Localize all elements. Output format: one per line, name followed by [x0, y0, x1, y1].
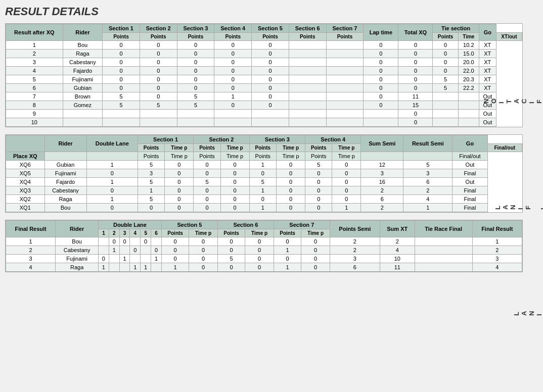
semi-label: SEMIFINAL — [525, 111, 538, 212]
final-col-tie: Tie Race Final — [415, 221, 472, 237]
final-dl2: 2 — [109, 229, 119, 237]
semi-col-s4: Section 4 — [305, 135, 361, 144]
final-label: FINAL — [525, 217, 538, 318]
semi-s1t-label: Time p — [165, 152, 194, 161]
semi-sub-s2t: Time p — [220, 144, 249, 152]
qual-row: 8Gomez55500015Out — [6, 101, 522, 110]
qual-col-go: Go — [479, 24, 496, 41]
final-section: Final Result Rider Double Lane Section 5… — [5, 220, 523, 272]
semi-row: XQ5Fujinami03000000033Final — [6, 169, 522, 178]
final-col-s7: Section 7 — [274, 221, 330, 229]
qual-sub-s4: Points — [214, 33, 252, 41]
semi-col-s1: Section 1 — [138, 135, 193, 144]
semi-rider-empty — [44, 152, 86, 161]
qual-row: 100Out — [6, 118, 522, 127]
qual-sub-s1: Points — [103, 33, 140, 41]
semi-row: XQ4Fajardo150505000166Out — [6, 178, 522, 186]
qual-col-rider: Rider — [63, 24, 102, 41]
semi-col-go: Go — [453, 135, 487, 152]
qual-col-s5: Section 5 — [252, 24, 289, 33]
qualification-section: Result after XQ Rider Section 1 Section … — [5, 23, 523, 127]
final-s6t: Time p — [245, 229, 274, 237]
qual-col-lap: Lap time — [364, 24, 398, 41]
final-col-pts-semi: Points Semi — [330, 221, 380, 237]
final-row: 2Cabestany100000010242 — [6, 246, 522, 255]
qual-label: QUALIFICATION — [525, 5, 538, 106]
final-col-sum-xt: Sum XT — [380, 221, 415, 237]
qual-row: 1Bou0000000010.2XT — [6, 41, 522, 50]
semi-sub-s1t: Time p — [165, 144, 194, 152]
semi-col-s2: Section 2 — [194, 135, 249, 144]
final-dl5: 5 — [141, 229, 151, 237]
semi-row: XQ2Raga15000000064Final — [6, 195, 522, 204]
semi-dl-empty — [86, 152, 138, 161]
qual-col-s6: Section 6 — [289, 24, 326, 33]
qual-row: 4Fajardo0000000022.0XT — [6, 67, 522, 75]
semi-sub-s1p: Points — [138, 144, 164, 152]
final-row: 1Bou000000000221 — [6, 237, 522, 246]
final-s5t: Time p — [189, 229, 218, 237]
side-labels: QUALIFICATION SEMIFINAL FINAL — [523, 5, 538, 318]
qual-row: 3Cabestany0000000020.0XT — [6, 58, 522, 67]
semi-col-result: Result Semi — [403, 135, 453, 152]
final-col-s5: Section 5 — [161, 221, 217, 229]
qual-sub-s6: Points — [289, 33, 326, 41]
semifinal-table: Rider Double Lane Section 1 Section 2 Se… — [6, 135, 522, 212]
semi-sub-s2p: Points — [194, 144, 220, 152]
page-title: RESULT DETAILS — [5, 5, 523, 18]
semi-row: XQ6Gubian150001050125Out — [6, 161, 522, 169]
qual-col-s3: Section 3 — [177, 24, 214, 33]
final-col-dl: Double Lane — [99, 221, 162, 229]
qual-sub-s5: Points — [252, 33, 289, 41]
semi-result-empty — [403, 152, 453, 161]
qual-col-s2: Section 2 — [140, 24, 177, 33]
qual-sub-tie-time: Time — [458, 33, 479, 41]
semi-sub-finalout: Final/out — [487, 144, 522, 152]
semi-col-sum: Sum Semi — [361, 135, 403, 152]
semi-s3p-label: Points — [249, 152, 276, 161]
qual-row: 2Raga0000000015.0XT — [6, 50, 522, 58]
final-dl1: 1 — [99, 229, 109, 237]
final-col-pos: Final Result — [6, 221, 56, 237]
semi-s4t-label: Time p — [332, 152, 361, 161]
final-s5p: Points — [161, 229, 189, 237]
qual-row: 7Brown50510011Out — [6, 92, 522, 101]
final-dl4: 4 — [130, 229, 141, 237]
qualification-table: Result after XQ Rider Section 1 Section … — [6, 24, 522, 127]
semi-col-s3: Section 3 — [249, 135, 305, 144]
semi-s3t-label: Time p — [277, 152, 305, 161]
qual-col-total: Total XQ — [398, 24, 433, 41]
qual-row: 90Out — [6, 110, 522, 118]
main-content: RESULT DETAILS Result after XQ Rider Sec… — [5, 5, 523, 318]
qual-sub-xtout: XT/out — [496, 33, 522, 41]
final-s7p: Points — [274, 229, 301, 237]
final-row: 4Raga1111000106114 — [6, 263, 522, 272]
semi-sub-s3t: Time p — [277, 144, 305, 152]
semi-sub-s3p: Points — [249, 144, 276, 152]
final-col-final: Final Result — [472, 221, 522, 237]
final-dl6: 6 — [151, 229, 162, 237]
final-s7t: Time p — [301, 229, 330, 237]
final-col-rider: Rider — [56, 221, 99, 237]
qual-col-s4: Section 4 — [214, 24, 252, 33]
semifinal-section: Rider Double Lane Section 1 Section 2 Se… — [5, 134, 523, 213]
semi-finalout-label: Final/out — [453, 152, 487, 161]
semi-col-rider: Rider — [44, 135, 86, 152]
final-row: 3Fujinami0110050003103 — [6, 255, 522, 263]
semi-row: XQ3Cabestany01000100022Final — [6, 186, 522, 195]
qual-sub-s3: Points — [177, 33, 214, 41]
semi-col-place — [6, 135, 45, 152]
final-dl3: 3 — [119, 229, 130, 237]
final-table: Final Result Rider Double Lane Section 5… — [6, 220, 522, 272]
final-col-s6: Section 6 — [217, 221, 274, 229]
final-s6p: Points — [217, 229, 245, 237]
semi-s1p-label: Points — [138, 152, 164, 161]
qual-row: 5Fujinami0000000520.3XT — [6, 75, 522, 84]
semi-s2p-label: Points — [194, 152, 220, 161]
qual-sub-s7: Points — [326, 33, 364, 41]
semi-placexq-label: Place XQ — [6, 152, 45, 161]
semi-sum-empty — [361, 152, 403, 161]
qual-sub-tie-pts: Points — [433, 33, 458, 41]
qual-col-result: Result after XQ — [6, 24, 63, 41]
qual-col-tie: Tie section — [433, 24, 479, 33]
